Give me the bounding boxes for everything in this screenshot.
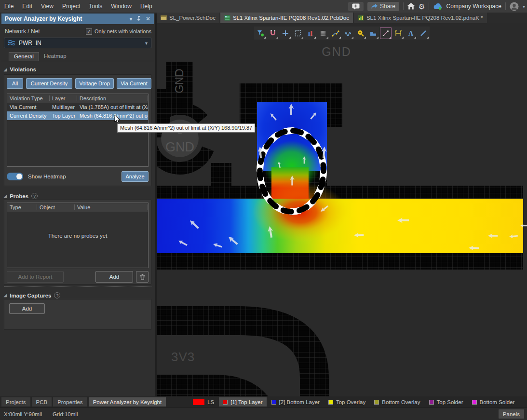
layer-label: [2] Bottom Layer xyxy=(279,399,320,405)
tab-general[interactable]: General xyxy=(9,52,39,61)
probes-help-icon[interactable]: ? xyxy=(31,193,38,199)
image-captures-help-icon[interactable]: ? xyxy=(54,292,60,298)
violations-table-header[interactable]: Violation Type Layer Description xyxy=(7,94,148,103)
move-icon[interactable] xyxy=(279,27,292,40)
panel-tab-properties[interactable]: Properties xyxy=(53,397,87,406)
panel-menu-caret-icon[interactable]: ▾ xyxy=(130,16,132,22)
cell-layer: Multilayer xyxy=(50,104,77,110)
pdn-analyzer-icon xyxy=(358,15,364,21)
polygon-pour-icon[interactable] xyxy=(367,27,379,40)
cell-description: Mesh (64.816 A/mm^2) out of l xyxy=(77,113,148,119)
layer-color-swatch xyxy=(223,400,228,405)
pcbdoc-icon xyxy=(224,15,230,21)
filter-all-button[interactable]: All xyxy=(7,78,23,89)
layer-tab-bottom-layer[interactable]: [2] Bottom Layer xyxy=(268,397,324,406)
filter-voltage-drop-button[interactable]: Voltage Drop xyxy=(75,78,114,89)
magnet-snap-icon[interactable] xyxy=(267,27,279,40)
avatar-dropdown-caret[interactable]: ▾ xyxy=(523,4,525,9)
menu-edit[interactable]: Edit xyxy=(18,0,37,13)
tab-heatmap[interactable]: Heatmap xyxy=(39,52,71,61)
doc-tab-pdna[interactable]: SL1 Xilinx Spartan-IIE PQ208 Rev1.02.pdn… xyxy=(354,13,487,23)
delete-probe-button[interactable] xyxy=(136,271,149,283)
comment-button[interactable] xyxy=(348,2,364,11)
line-icon[interactable] xyxy=(417,27,430,40)
section-divider xyxy=(4,286,151,287)
panels-button[interactable]: Panels xyxy=(499,409,524,419)
layer-tab-top-layer[interactable]: [1] Top Layer xyxy=(219,397,266,406)
col-object[interactable]: Object xyxy=(37,204,75,210)
image-captures-section-header[interactable]: ◢ Image Captures ? xyxy=(4,292,60,298)
doc-tab-schdoc[interactable]: SL_Power.SchDoc xyxy=(157,13,219,23)
component-icon[interactable] xyxy=(317,27,329,40)
share-arrow-icon xyxy=(371,4,378,9)
select-area-icon[interactable] xyxy=(292,27,304,40)
panel-tab-pcb[interactable]: PCB xyxy=(32,397,52,406)
trash-icon xyxy=(140,274,145,280)
interactive-routing-icon[interactable] xyxy=(329,27,342,40)
net-icon xyxy=(8,40,15,46)
menu-window[interactable]: Window xyxy=(107,0,136,13)
pcb-editor-canvas[interactable]: GND GND 2 GND 3V3 xyxy=(157,23,527,396)
col-layer[interactable]: Layer xyxy=(50,95,77,101)
home-icon[interactable] xyxy=(407,3,415,10)
filter-current-density-button[interactable]: Current Density xyxy=(26,78,72,89)
layer-current[interactable]: LS xyxy=(189,397,218,406)
bottom-trace-2 xyxy=(157,388,271,396)
measure-icon[interactable] xyxy=(379,27,392,40)
add-to-report-button[interactable]: Add to Report xyxy=(7,271,64,283)
probes-table-header[interactable]: Type Object Value xyxy=(7,203,148,212)
panel-tab-projects[interactable]: Projects xyxy=(1,397,30,406)
col-type[interactable]: Type xyxy=(7,204,37,210)
analyze-button[interactable]: Analyze xyxy=(122,171,149,182)
add-image-capture-button[interactable]: Add xyxy=(9,303,45,314)
panel-tab-power-analyzer[interactable]: Power Analyzer by Keysight xyxy=(89,397,166,406)
via-icon[interactable] xyxy=(354,27,367,40)
pin-icon[interactable] xyxy=(136,16,141,22)
probes-section-header[interactable]: ◢ Probes ? xyxy=(4,193,38,199)
collapse-triangle-icon: ◢ xyxy=(4,68,7,72)
col-value[interactable]: Value xyxy=(75,204,148,210)
pcb-view[interactable]: GND GND 2 GND 3V3 xyxy=(157,23,527,396)
show-heatmap-toggle[interactable] xyxy=(7,173,23,180)
only-violations-checkbox-group[interactable]: ✓ Only nets with violations xyxy=(86,28,151,35)
layer-tab-bottom-solder[interactable]: Bottom Solder xyxy=(468,397,519,406)
layer-color-swatch xyxy=(374,400,379,405)
doc-tab-pcbdoc[interactable]: SL1 Xilinx Spartan-IIE PQ208 Rev1.02.Pcb… xyxy=(220,13,353,23)
layer-tab-bottom-overlay[interactable]: Bottom Overlay xyxy=(370,397,424,406)
only-violations-checkbox[interactable]: ✓ xyxy=(86,28,92,35)
status-bar: X:80mil Y:90mil Grid:10mil Panels xyxy=(0,407,527,420)
col-violation-type[interactable]: Violation Type xyxy=(7,95,50,101)
dimension-icon[interactable] xyxy=(392,27,405,40)
network-net-label: Network / Net xyxy=(5,28,40,35)
menu-project[interactable]: Project xyxy=(58,0,84,13)
menu-help[interactable]: Help xyxy=(136,0,157,13)
cloud-workspace-icon xyxy=(433,3,442,10)
panel-header[interactable]: Power Analyzer by Keysight ▾ ✕ xyxy=(1,14,154,24)
filter-via-current-button[interactable]: Via Current xyxy=(117,78,151,89)
violation-row-current-density[interactable]: Current Density Top Layer Mesh (64.816 A… xyxy=(7,111,148,120)
violations-section-header[interactable]: ◢ Violations xyxy=(4,67,36,72)
net-filter-icon[interactable] xyxy=(254,27,267,40)
menu-file[interactable]: File xyxy=(0,0,18,13)
share-label: Share xyxy=(380,3,395,10)
workspace-label[interactable]: Company Workspace xyxy=(446,3,501,10)
string-text-icon[interactable]: A xyxy=(405,27,417,40)
close-icon[interactable]: ✕ xyxy=(146,15,150,22)
layer-tab-top-overlay[interactable]: Top Overlay xyxy=(324,397,369,406)
menu-tools[interactable]: Tools xyxy=(84,0,107,13)
doc-tab-label: SL1 Xilinx Spartan-IIE PQ208 Rev1.02.Pcb… xyxy=(233,15,349,21)
layer-label: Top Solder xyxy=(437,399,463,405)
add-probe-button[interactable]: Add xyxy=(95,271,133,283)
bottom-panel-tab-bar: Projects PCB Properties Power Analyzer b… xyxy=(0,396,527,407)
violation-row-via-current[interactable]: Via Current Multilayer Via (1.785A) out … xyxy=(7,103,148,111)
gear-icon[interactable]: ⚙ xyxy=(419,3,425,10)
col-description[interactable]: Description xyxy=(77,95,148,101)
cursor-coordinates: X:80mil Y:90mil xyxy=(4,411,42,417)
menu-view[interactable]: View xyxy=(37,0,58,13)
share-button[interactable]: Share xyxy=(367,2,399,11)
net-tuning-icon[interactable] xyxy=(342,27,354,40)
placement-icon[interactable] xyxy=(304,27,317,40)
net-select[interactable]: PWR_IN ▾ xyxy=(4,38,151,48)
layer-tab-top-solder[interactable]: Top Solder xyxy=(425,397,467,406)
user-avatar[interactable] xyxy=(510,2,519,11)
